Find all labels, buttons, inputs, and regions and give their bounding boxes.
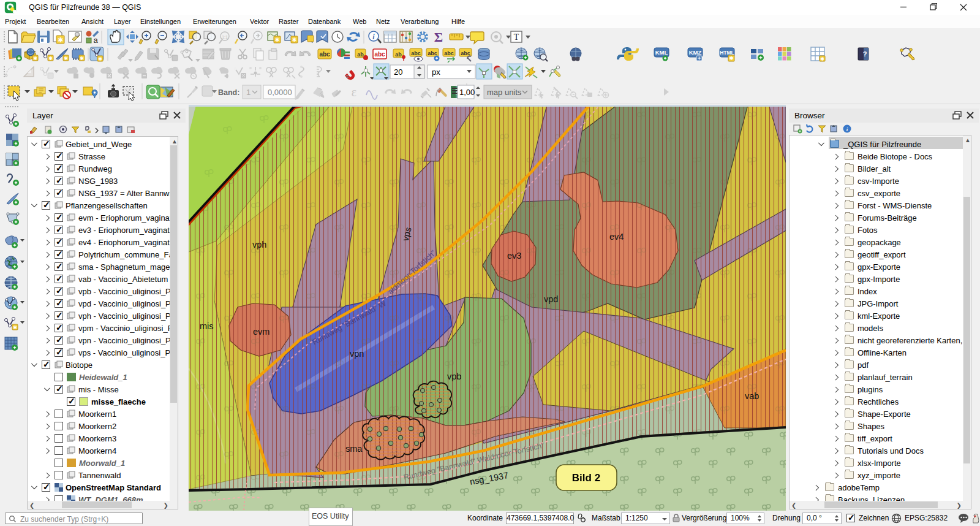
svg-text:✱: ✱ [48,56,53,61]
svg-text:ab: ab [395,51,402,58]
svg-text:vph: vph [252,240,266,250]
svg-text:mis: mis [200,321,214,331]
svg-text:✱: ✱ [13,325,17,330]
svg-text:✱: ✱ [275,37,280,43]
svg-text:KMZ: KMZ [689,49,702,56]
svg-text:map units: map units [487,88,522,97]
svg-text:ev3: ev3 [507,251,521,261]
svg-text:KML: KML [655,49,668,56]
svg-text:✱: ✱ [292,37,297,43]
svg-text:✱: ✱ [64,56,68,61]
svg-text:abc: abc [411,50,421,56]
svg-text:1:1: 1:1 [222,35,228,39]
svg-text:20: 20 [394,67,402,77]
svg-text:Bild 2: Bild 2 [572,472,600,484]
svg-text:Σ: Σ [434,29,443,45]
svg-text:1: 1 [246,88,251,97]
svg-text:px: px [432,67,440,77]
svg-text:abc: abc [461,50,470,56]
svg-text:Band:: Band: [218,88,239,97]
svg-text:ε: ε [352,85,356,99]
svg-text:✱: ✱ [58,36,63,44]
svg-text:✱: ✱ [33,56,37,61]
svg-text:vab: vab [745,391,759,401]
svg-text:vpn: vpn [350,349,364,359]
svg-text:✱: ✱ [820,56,824,62]
svg-text:?: ? [863,50,867,58]
svg-text:sma: sma [345,444,363,454]
svg-text:ab: ab [357,51,364,58]
svg-text:0,0000: 0,0000 [268,88,292,97]
svg-text:✱: ✱ [729,55,734,61]
svg-text:✱: ✱ [80,56,84,61]
svg-text:T: T [514,32,519,42]
svg-text:abc: abc [428,50,437,56]
svg-text:abc: abc [319,51,330,58]
svg-text:abc: abc [444,50,454,56]
svg-text:ev4: ev4 [609,232,624,242]
svg-text:vpb: vpb [447,372,461,381]
svg-text:vpd: vpd [544,294,558,304]
svg-text:evm: evm [253,327,270,337]
svg-text:abc: abc [374,51,385,58]
svg-text:1,00: 1,00 [459,88,475,97]
svg-text:✱: ✱ [98,56,102,62]
